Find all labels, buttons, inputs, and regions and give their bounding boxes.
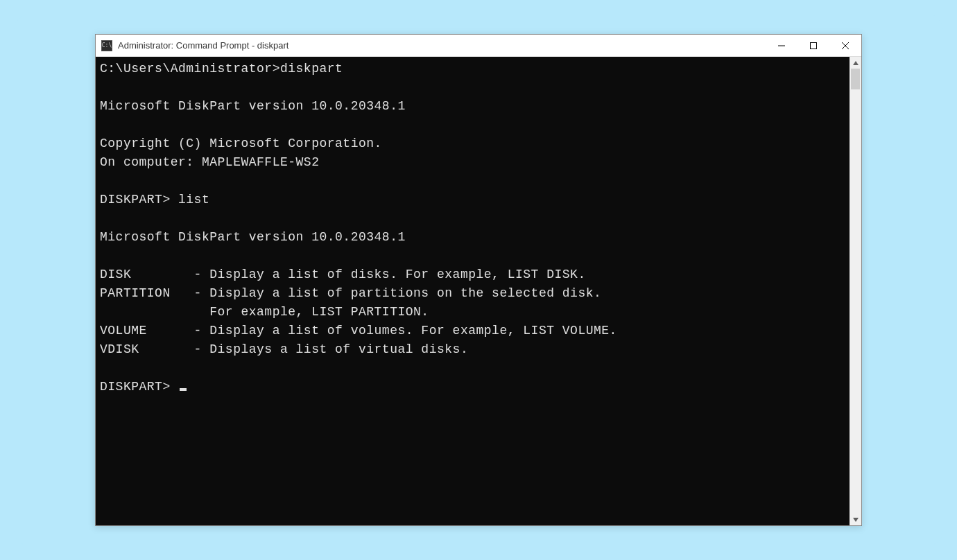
terminal-line: C:\Users\Administrator>diskpart xyxy=(100,62,343,76)
command-prompt-window: C:\ Administrator: Command Prompt - disk… xyxy=(95,34,862,526)
terminal-line: Microsoft DiskPart version 10.0.20348.1 xyxy=(100,99,406,113)
titlebar-left: C:\ Administrator: Command Prompt - disk… xyxy=(96,40,288,51)
minimize-icon xyxy=(778,42,785,49)
chevron-up-icon xyxy=(853,61,859,65)
terminal-line: DISK - Display a list of disks. For exam… xyxy=(100,268,586,281)
svg-rect-1 xyxy=(811,42,817,49)
close-icon xyxy=(842,42,849,49)
terminal-line: Copyright (C) Microsoft Corporation. xyxy=(100,137,382,150)
window-title: Administrator: Command Prompt - diskpart xyxy=(118,40,288,51)
vertical-scrollbar[interactable] xyxy=(850,57,861,525)
maximize-icon xyxy=(810,42,817,49)
titlebar[interactable]: C:\ Administrator: Command Prompt - disk… xyxy=(96,35,861,57)
cmd-icon: C:\ xyxy=(101,40,112,51)
content-area: C:\Users\Administrator>diskpart Microsof… xyxy=(96,57,861,525)
scroll-track[interactable] xyxy=(850,69,861,514)
terminal-line: VOLUME - Display a list of volumes. For … xyxy=(100,324,617,338)
scroll-thumb[interactable] xyxy=(851,69,860,89)
window-controls xyxy=(766,35,861,56)
minimize-button[interactable] xyxy=(766,35,798,56)
terminal-line: VDISK - Displays a list of virtual disks… xyxy=(100,342,468,356)
page-background: C:\ Administrator: Command Prompt - disk… xyxy=(14,14,943,546)
terminal-line: For example, LIST PARTITION. xyxy=(100,305,429,319)
terminal-line: On computer: MAPLEWAFFLE-WS2 xyxy=(100,155,319,169)
chevron-down-icon xyxy=(853,518,859,522)
terminal-output[interactable]: C:\Users\Administrator>diskpart Microsof… xyxy=(96,57,850,525)
terminal-line: PARTITION - Display a list of partitions… xyxy=(100,286,601,300)
maximize-button[interactable] xyxy=(798,35,829,56)
cursor-icon xyxy=(180,388,187,391)
scroll-down-button[interactable] xyxy=(850,514,861,525)
scroll-up-button[interactable] xyxy=(850,57,861,69)
terminal-line: Microsoft DiskPart version 10.0.20348.1 xyxy=(100,230,406,244)
terminal-line: DISKPART> xyxy=(100,380,187,394)
close-button[interactable] xyxy=(829,35,861,56)
terminal-line: DISKPART> list xyxy=(100,193,209,207)
